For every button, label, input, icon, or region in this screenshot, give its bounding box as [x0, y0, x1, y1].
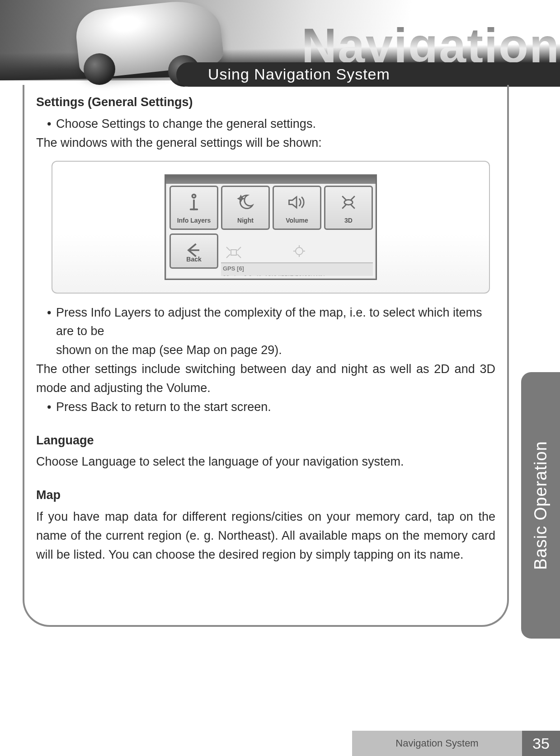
info-icon — [180, 191, 207, 213]
gps-status-text: 22yd ... 0.0mi/h 13°24'55"E/52°32'41"N — [223, 274, 325, 276]
tile-3d[interactable]: 3D — [324, 186, 373, 230]
side-tab-label: Basic Operation — [531, 441, 551, 569]
para-language: Choose Language to select the language o… — [36, 453, 495, 471]
gap — [36, 471, 495, 486]
crosshair-icon — [292, 244, 306, 258]
svg-point-3 — [296, 247, 303, 255]
tile-back[interactable]: Back — [169, 233, 218, 269]
gps-label: GPS [6] — [223, 265, 244, 272]
bullet-press-back: Press Back to return to the start screen… — [36, 398, 495, 417]
heading-language: Language — [36, 431, 495, 450]
para-map: If you have map data for different regio… — [36, 508, 495, 565]
gps-satellite-icon — [225, 243, 243, 261]
tile-label: 3D — [344, 216, 353, 226]
bullet-info-layers: Press Info Layers to adjust the complexi… — [36, 303, 495, 341]
svg-point-1 — [344, 200, 353, 205]
volume-icon — [283, 191, 311, 213]
car-wheel-front — [84, 53, 115, 85]
page-root: Navigation Using Navigation System Setti… — [0, 0, 560, 756]
para-windows-shown: The windows with the general settings wi… — [36, 134, 495, 153]
header-ribbon: Using Navigation System — [176, 62, 560, 87]
para-other-settings: The other settings include switching bet… — [36, 360, 495, 398]
footer-page-number: 35 — [522, 731, 560, 756]
satellite-icon — [335, 191, 362, 213]
bullet-choose-settings: Choose Settings to change the general se… — [36, 115, 495, 134]
tile-info-layers[interactable]: Info Layers — [169, 186, 218, 230]
heading-settings: Settings (General Settings) — [36, 93, 495, 112]
settings-screenshot: Info Layers Night — [165, 174, 377, 280]
svg-rect-2 — [231, 250, 236, 255]
footer-label: Navigation System — [352, 731, 522, 756]
back-arrow-icon — [180, 239, 207, 261]
gap — [36, 417, 495, 431]
tile-night[interactable]: Night — [221, 186, 270, 230]
tile-volume[interactable]: Volume — [273, 186, 321, 230]
svg-point-0 — [192, 194, 195, 197]
heading-map: Map — [36, 486, 495, 505]
tile-label: Info Layers — [177, 216, 211, 226]
gps-status-bar: GPS [6] 22yd ... 0.0mi/h 13°24'55"E/52°3… — [221, 262, 373, 276]
ribbon-title: Using Navigation System — [208, 65, 390, 83]
content-panel: Settings (General Settings) Choose Setti… — [23, 85, 509, 627]
night-icon — [232, 191, 259, 213]
side-tab: Basic Operation — [521, 372, 560, 639]
bullet-info-layers-cont: shown on the map (see Map on page 29). — [36, 341, 495, 360]
screenshot-tile-row: Info Layers Night — [169, 186, 373, 230]
tile-label: Volume — [286, 216, 308, 226]
settings-screenshot-figure: Info Layers Night — [52, 161, 490, 294]
content-wrap: Settings (General Settings) Choose Setti… — [23, 85, 509, 627]
tile-label: Night — [237, 216, 254, 226]
footer: Navigation System 35 — [352, 731, 560, 756]
screenshot-titlebar — [166, 176, 376, 184]
content-inner: Settings (General Settings) Choose Setti… — [36, 93, 495, 565]
